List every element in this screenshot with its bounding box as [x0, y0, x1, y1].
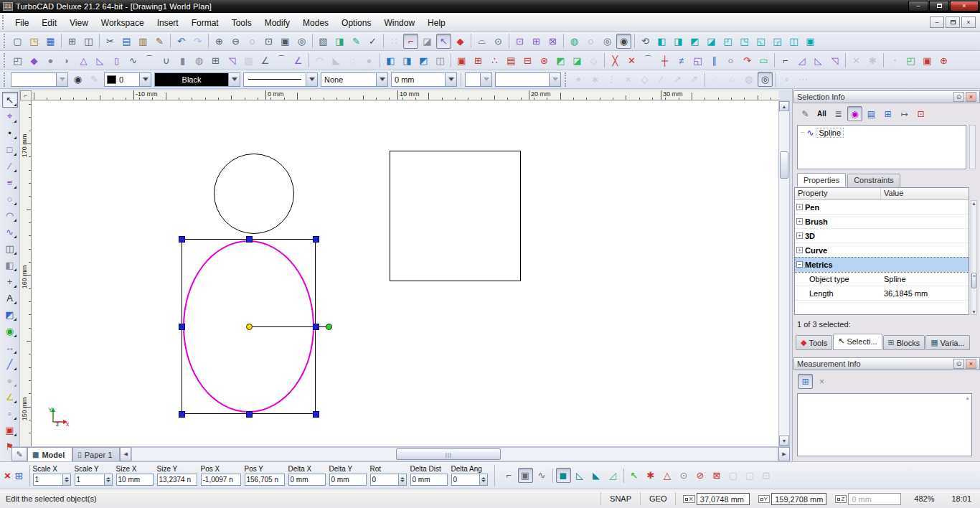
save-icon[interactable]: ▦	[43, 34, 58, 49]
view-back-icon[interactable]: ◲	[770, 34, 785, 49]
spinner[interactable]	[480, 474, 488, 486]
multiline-icon[interactable]: ≡	[2, 174, 18, 190]
tab-constraints[interactable]: Constraints	[847, 174, 900, 187]
measure-icon[interactable]: ╱	[2, 356, 18, 372]
flower-icon[interactable]: ⊕	[936, 53, 951, 68]
grid-toggle-icon[interactable]: ∷	[387, 34, 402, 49]
geo-toggle[interactable]: GEO	[644, 494, 672, 503]
bool-slice-icon[interactable]: ◫	[433, 53, 448, 68]
redline-icon[interactable]: ◆	[453, 34, 468, 49]
multi-trim-icon[interactable]: ≠	[674, 53, 689, 68]
drawing-canvas[interactable]: Y z x	[32, 100, 778, 446]
property-row-pen[interactable]: +Pen	[795, 200, 969, 215]
tab-variables[interactable]: ▦ Varia...	[925, 335, 969, 350]
trim-icon[interactable]: ╳	[608, 53, 623, 68]
mdi-minimize-button[interactable]: –	[930, 17, 944, 28]
spinner[interactable]	[105, 474, 113, 486]
field-input[interactable]	[33, 474, 63, 486]
sphere-tool-icon[interactable]: ●	[2, 372, 18, 388]
selection-handle[interactable]	[179, 411, 185, 418]
stack-icon[interactable]: ⊙	[677, 468, 692, 483]
rectangle-shape[interactable]	[390, 151, 521, 281]
select-handles-icon[interactable]: ⊡	[913, 106, 928, 121]
menu-file[interactable]: File	[9, 16, 35, 30]
grid-array-icon[interactable]: ⊟	[520, 53, 535, 68]
array-icon[interactable]: ⊞	[471, 53, 486, 68]
fit-arc-icon[interactable]: ⌒	[641, 53, 656, 68]
coord-value[interactable]: 159,2708 mm	[771, 493, 826, 505]
tab-scroll-right-button[interactable]: ▶	[778, 447, 790, 461]
expand-icon[interactable]: +	[796, 247, 803, 253]
hatch-3d-icon[interactable]: ▨	[241, 53, 256, 68]
meet-icon[interactable]: ✕	[624, 53, 639, 68]
tab-properties[interactable]: Properties	[797, 173, 846, 187]
text-icon[interactable]: A	[2, 290, 18, 306]
ucs-toggle-icon[interactable]: ⌐	[403, 34, 418, 49]
spline-icon[interactable]: ∿	[2, 224, 18, 240]
mdi-restore-button[interactable]	[946, 17, 960, 28]
view-front-icon[interactable]: ◱	[753, 34, 768, 49]
pen-tool-icon[interactable]: ✎	[349, 34, 364, 49]
mesh-icon[interactable]: ⊞	[208, 53, 223, 68]
field-input[interactable]	[451, 474, 480, 486]
format-painter-icon[interactable]: ✎	[152, 34, 167, 49]
view-se-icon[interactable]: ◫	[786, 34, 801, 49]
pen-lock-icon[interactable]: ✎	[87, 72, 102, 87]
ghost-a-icon[interactable]: ▢	[726, 468, 741, 483]
snap-intersect-icon[interactable]: ×	[621, 72, 636, 87]
menu-edit[interactable]: Edit	[35, 16, 63, 30]
snap-quad-icon[interactable]: ◇	[637, 72, 652, 87]
redo-icon[interactable]: ↷	[190, 34, 205, 49]
eye-icon[interactable]: ◉	[70, 72, 85, 87]
spinner[interactable]	[399, 474, 407, 486]
tree-item-spline[interactable]: ┄ ∿ Spline	[798, 126, 966, 140]
color-combo-arrow[interactable]	[228, 73, 240, 86]
render-wire-icon[interactable]: ◍	[567, 34, 582, 49]
menu-format[interactable]: Format	[185, 16, 225, 30]
explode-icon[interactable]: ✕	[849, 53, 864, 68]
sphere-icon[interactable]: ●	[43, 53, 58, 68]
print-preview-icon[interactable]: ◫	[81, 34, 96, 49]
property-column-header[interactable]: Property	[795, 188, 881, 199]
field-input[interactable]	[245, 474, 285, 486]
brush-combo[interactable]: None	[321, 72, 388, 87]
cut-icon[interactable]: ✂	[103, 34, 118, 49]
fillet-3d-icon[interactable]: ◠	[312, 53, 327, 68]
expand-icon[interactable]: +	[796, 204, 803, 210]
highlight-icon[interactable]: ◉	[847, 106, 862, 121]
scroll-down-button[interactable]: ▼	[779, 436, 789, 446]
snap-vertex-icon[interactable]: ⌖	[571, 72, 586, 87]
field-input[interactable]	[370, 474, 399, 486]
chamfer-a-icon[interactable]: ◿	[794, 53, 809, 68]
coord-y[interactable]: Y159,2708 mm	[758, 493, 827, 505]
snap-compass-icon[interactable]: ◎	[758, 72, 773, 87]
toolbar-gripper[interactable]	[4, 53, 7, 67]
open-icon[interactable]: ◳	[27, 34, 42, 49]
extrude-icon[interactable]: ⌒	[142, 53, 157, 68]
center-handle[interactable]	[246, 324, 253, 330]
property-row-length[interactable]: Length 36,1845 mm	[795, 286, 969, 301]
toolbar-gripper[interactable]	[4, 72, 7, 87]
menu-modify[interactable]: Modify	[258, 16, 296, 30]
extra-combo-1[interactable]	[465, 72, 492, 87]
facet-mode-icon[interactable]: ◿	[606, 468, 621, 483]
measurement-scroll-up-icon[interactable]: ▲	[965, 395, 970, 400]
shell-3d-icon[interactable]: ◌	[345, 53, 360, 68]
property-grid-header[interactable]: Property Value	[795, 188, 969, 200]
sheet-edit-button[interactable]: ✎	[11, 447, 27, 461]
canvas-vertical-scrollbar[interactable]: ▲ ▼	[778, 100, 790, 446]
table-icon[interactable]: ⊞	[798, 374, 813, 389]
cone-icon[interactable]: △	[76, 53, 91, 68]
cylinder-icon[interactable]: ▯	[109, 53, 124, 68]
box-3d-icon[interactable]: ◫	[2, 240, 18, 256]
parallel-line-icon[interactable]: ∕	[2, 158, 18, 174]
workplane-icon[interactable]: ◺	[573, 468, 588, 483]
bool-subtract-icon[interactable]: ◨	[400, 53, 415, 68]
zoom-level[interactable]: 482%	[905, 494, 943, 503]
move-icon[interactable]: +	[2, 273, 18, 289]
grid-scroll-down-icon[interactable]: ▼	[971, 309, 976, 314]
tab-tools[interactable]: ◆ Tools	[796, 335, 832, 350]
mark-point-icon[interactable]: ✱	[644, 468, 659, 483]
field-input[interactable]	[329, 474, 367, 486]
zoom-extents-icon[interactable]: ▣	[278, 34, 293, 49]
